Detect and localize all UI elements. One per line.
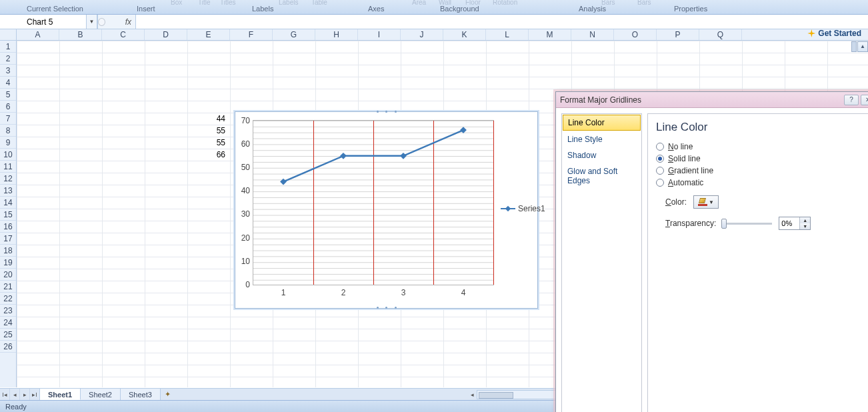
column-headers: A B C D E F G H I J K L M N O P Q Get St… bbox=[0, 29, 868, 41]
row-header[interactable]: 20 bbox=[0, 269, 16, 281]
row-header[interactable]: 1 bbox=[0, 41, 16, 53]
col-header[interactable]: B bbox=[59, 29, 102, 40]
y-tick: 40 bbox=[241, 186, 250, 195]
cells-area[interactable]: ▲ 44 55 55 66 0 10 20 30 40 bbox=[17, 41, 868, 387]
row-header[interactable]: 26 bbox=[0, 341, 16, 353]
help-button[interactable]: ? bbox=[844, 95, 859, 105]
nav-glow[interactable]: Glow and Soft Edges bbox=[562, 163, 641, 189]
scroll-up-button[interactable]: ▲ bbox=[857, 41, 868, 52]
tab-next-icon[interactable]: ▸ bbox=[20, 389, 30, 401]
row-header[interactable]: 7 bbox=[0, 113, 16, 125]
col-header[interactable]: C bbox=[102, 29, 145, 40]
col-header[interactable]: F bbox=[230, 29, 273, 40]
col-header[interactable]: Q bbox=[699, 29, 742, 40]
dialog-nav: Line Color Line Style Shadow Glow and So… bbox=[561, 113, 642, 412]
row-header[interactable]: 23 bbox=[0, 305, 16, 317]
col-header[interactable]: M bbox=[529, 29, 571, 40]
chart-legend[interactable]: Series1 bbox=[501, 204, 545, 213]
row-header[interactable]: 24 bbox=[0, 317, 16, 329]
ribbon-group: Insert bbox=[137, 5, 155, 13]
tab-nav-buttons[interactable]: I◂ ◂ ▸ ▸I bbox=[0, 389, 40, 400]
radio-no-line[interactable]: No line bbox=[656, 141, 865, 153]
ribbon-cmd-faint: Rotation bbox=[493, 0, 517, 6]
ribbon-cmd-faint: Labels bbox=[279, 0, 298, 6]
row-header[interactable]: 12 bbox=[0, 173, 16, 185]
row-header[interactable]: 16 bbox=[0, 221, 16, 233]
formula-input[interactable] bbox=[135, 15, 868, 29]
dialog-title: Format Major Gridlines bbox=[560, 95, 842, 105]
spin-down[interactable]: ▼ bbox=[800, 223, 810, 229]
color-picker-button[interactable]: ▼ bbox=[693, 195, 719, 209]
nav-line-color[interactable]: Line Color bbox=[563, 115, 641, 131]
row-header[interactable]: 4 bbox=[0, 77, 16, 89]
col-header[interactable]: O bbox=[614, 29, 657, 40]
radio-automatic[interactable]: Automatic bbox=[656, 177, 865, 189]
name-box[interactable]: Chart 5 bbox=[0, 15, 87, 29]
insert-sheet-button[interactable]: ✦ bbox=[161, 389, 175, 400]
transparency-spinbox[interactable]: ▲ ▼ bbox=[779, 217, 811, 230]
tab-prev-icon[interactable]: ◂ bbox=[10, 389, 20, 401]
col-header[interactable]: E bbox=[187, 29, 230, 40]
row-header[interactable]: 5 bbox=[0, 89, 16, 101]
chevron-down-icon: ▼ bbox=[709, 199, 714, 205]
ribbon-cmd-faint: Bars bbox=[637, 0, 651, 6]
transparency-input[interactable] bbox=[779, 217, 799, 229]
col-header[interactable]: D bbox=[145, 29, 187, 40]
chart-plot-area[interactable]: 0 10 20 30 40 50 60 70 1 2 3 4 bbox=[253, 120, 494, 285]
radio-solid-line[interactable]: Solid line bbox=[656, 153, 865, 165]
radio-label: No line bbox=[668, 142, 693, 151]
get-started-link[interactable]: Get Started bbox=[807, 29, 861, 38]
radio-gradient-line[interactable]: Gradient line bbox=[656, 165, 865, 177]
row-header[interactable]: 14 bbox=[0, 197, 16, 209]
row-header[interactable]: 9 bbox=[0, 137, 16, 149]
split-box[interactable] bbox=[851, 41, 857, 52]
row-header[interactable]: 3 bbox=[0, 65, 16, 77]
svg-rect-0 bbox=[280, 179, 287, 185]
row-header[interactable]: 18 bbox=[0, 245, 16, 257]
row-header[interactable]: 15 bbox=[0, 209, 16, 221]
row-header[interactable]: 2 bbox=[0, 53, 16, 65]
nav-line-style[interactable]: Line Style bbox=[562, 131, 641, 147]
slider-thumb[interactable] bbox=[721, 219, 727, 229]
y-tick: 50 bbox=[241, 163, 250, 172]
row-header[interactable]: 17 bbox=[0, 233, 16, 245]
dialog-titlebar[interactable]: Format Major Gridlines ? ✕ bbox=[556, 92, 868, 108]
worksheet-grid[interactable]: 1234567891011121314151617181920212223242… bbox=[0, 41, 868, 387]
col-header[interactable]: J bbox=[401, 29, 443, 40]
tab-last-icon[interactable]: ▸I bbox=[30, 389, 39, 401]
transparency-slider[interactable] bbox=[723, 223, 772, 225]
sheet-tab-3[interactable]: Sheet3 bbox=[121, 389, 161, 400]
nav-shadow[interactable]: Shadow bbox=[562, 147, 641, 163]
row-header[interactable]: 22 bbox=[0, 293, 16, 305]
col-header[interactable]: L bbox=[486, 29, 529, 40]
col-header[interactable]: I bbox=[358, 29, 401, 40]
col-header[interactable]: H bbox=[315, 29, 358, 40]
col-header[interactable]: K bbox=[443, 29, 486, 40]
close-x-button[interactable]: ✕ bbox=[861, 95, 868, 105]
sheet-tab-2[interactable]: Sheet2 bbox=[81, 389, 121, 400]
name-box-dropdown[interactable]: ▼ bbox=[87, 15, 97, 29]
row-header[interactable]: 25 bbox=[0, 329, 16, 341]
radio-label: Solid line bbox=[668, 154, 701, 163]
embedded-chart[interactable]: 0 10 20 30 40 50 60 70 1 2 3 4 bbox=[235, 111, 538, 309]
row-header[interactable]: 10 bbox=[0, 149, 16, 161]
row-header[interactable]: 19 bbox=[0, 257, 16, 269]
fx-label[interactable]: fx bbox=[125, 17, 131, 27]
ribbon-cmd-faint: Box bbox=[171, 0, 182, 6]
spin-up[interactable]: ▲ bbox=[800, 217, 810, 223]
col-header[interactable]: G bbox=[273, 29, 315, 40]
row-header[interactable]: 21 bbox=[0, 281, 16, 293]
col-header[interactable]: N bbox=[571, 29, 614, 40]
format-gridlines-dialog: Format Major Gridlines ? ✕ Line Color Li… bbox=[555, 91, 868, 412]
row-header[interactable]: 8 bbox=[0, 125, 16, 137]
col-header[interactable]: P bbox=[657, 29, 699, 40]
row-header[interactable]: 13 bbox=[0, 185, 16, 197]
tab-first-icon[interactable]: I◂ bbox=[0, 389, 10, 401]
row-header[interactable]: 6 bbox=[0, 101, 16, 113]
col-header[interactable]: A bbox=[17, 29, 59, 40]
svg-rect-1 bbox=[340, 153, 347, 159]
sheet-tab-1[interactable]: Sheet1 bbox=[40, 389, 81, 400]
row-header[interactable]: 11 bbox=[0, 161, 16, 173]
cell-value: 66 bbox=[187, 149, 227, 161]
select-all-corner[interactable] bbox=[0, 29, 17, 40]
